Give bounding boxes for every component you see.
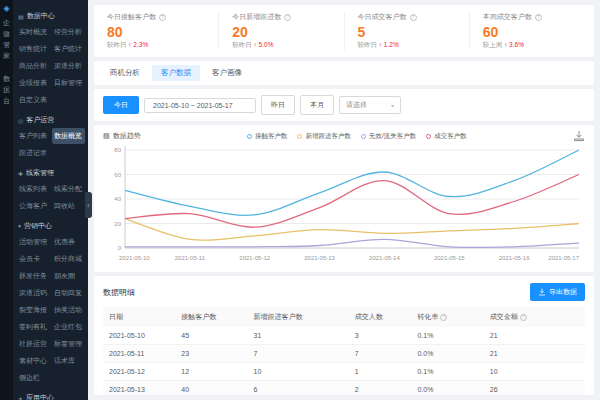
today-button[interactable]: 今日 [103, 96, 139, 114]
tab-active[interactable]: 客户数据 [152, 65, 200, 81]
table-cell: 0.1% [411, 327, 483, 345]
tab-item[interactable]: 客户画像 [203, 65, 251, 81]
sidebar-item[interactable]: 侧边栏 [17, 370, 50, 386]
x-axis-tick: 2021-05-13 [304, 255, 335, 261]
help-icon[interactable]: ? [440, 314, 447, 321]
sidebar-item-active[interactable]: 数据概览 [52, 128, 85, 144]
group-title: 应用中心 [26, 393, 54, 400]
x-axis-tick: 2021-05-14 [369, 255, 400, 261]
column-header-label: 日期 [109, 313, 123, 320]
legend-item[interactable]: 无效/流失客户数 [361, 132, 416, 141]
table-cell: 10 [484, 363, 585, 381]
chart-card: ▧ 数据趋势 接触客户数新增跟进客户数无效/流失客户数成交客户数 0204060… [94, 125, 594, 272]
x-axis-tick: 2021-05-17 [548, 255, 579, 261]
sidebar-item[interactable]: 线索分配 [52, 181, 85, 197]
strip-label-char: 家 [3, 51, 10, 60]
chart-title: ▧ 数据趋势 [103, 131, 141, 141]
download-icon[interactable] [573, 130, 585, 142]
sidebar-item[interactable]: 签到有礼 [17, 319, 50, 335]
table-card: 数据明细 导出数据 日期接触客户数新增跟进客户数成交人数转化率?成交金额? 20… [94, 276, 594, 395]
legend-label: 成交客户数 [434, 132, 467, 141]
sidebar-item[interactable]: 客户统计 [52, 41, 85, 57]
sidebar-item[interactable]: 朋友圈 [52, 268, 85, 284]
sidebar-item[interactable]: 群发任务 [17, 268, 50, 284]
column-header: 转化率? [411, 307, 483, 327]
sidebar-item[interactable]: 商品分析 [17, 58, 50, 74]
sidebar-group-items: 客户列表数据概览跟进记录 [17, 128, 85, 161]
dimension-select[interactable]: 请选择 ▾ [339, 96, 401, 114]
legend-item[interactable]: 成交客户数 [426, 132, 467, 141]
stat-title: 今日成交客户数? [358, 12, 456, 22]
y-axis-tick: 40 [114, 196, 121, 202]
table-title: 数据明细 [103, 287, 135, 298]
sidebar-item[interactable]: 跟进记录 [17, 145, 50, 161]
help-icon[interactable]: ? [284, 14, 291, 21]
sidebar-collapse-handle[interactable]: ‹ [85, 192, 92, 218]
stat-delta: ↑ 2.3% [128, 41, 148, 48]
table-cell: 2021-05-10 [103, 327, 175, 345]
sidebar-item[interactable]: 公海客户 [17, 198, 50, 214]
legend-label: 无效/流失客户数 [369, 132, 416, 141]
help-icon[interactable]: ? [410, 14, 417, 21]
tabs-bar: 商机分析客户数据客户画像 [94, 61, 594, 85]
export-button[interactable]: 导出数据 [530, 283, 585, 301]
sidebar-item[interactable]: 回收站 [52, 198, 85, 214]
sidebar-item[interactable]: 业绩报表 [17, 75, 50, 91]
help-icon[interactable]: ? [159, 14, 166, 21]
sidebar-item[interactable]: 社群运营 [17, 336, 50, 352]
sidebar-item[interactable]: 积分商城 [52, 251, 85, 267]
sidebar-item[interactable]: 销售统计 [17, 41, 50, 57]
sidebar-item[interactable]: 标签管理 [52, 336, 85, 352]
stat-title-text: 今日成交客户数 [358, 12, 407, 22]
main-content: 今日接触客户数?80较昨日 ↑ 2.3%今日新增跟进数?20较昨日 ↑ 5.0%… [88, 0, 600, 400]
group-title: 数据中心 [27, 11, 55, 21]
export-icon [538, 288, 546, 296]
sidebar-item[interactable]: 自定义表 [17, 92, 50, 108]
quick-range-button[interactable]: 本月 [300, 95, 334, 115]
strip-label-char: 企 [3, 18, 10, 27]
sidebar-group-items: 线索列表线索分配公海客户回收站 [17, 181, 85, 214]
legend-item[interactable]: 接触客户数 [247, 132, 288, 141]
legend-marker-icon [297, 134, 302, 139]
sidebar-item[interactable]: 渠道分析 [52, 58, 85, 74]
stat-sub: 较昨日 ↑ 2.3% [107, 41, 205, 50]
tab-item[interactable]: 商机分析 [101, 65, 149, 81]
sidebar-item[interactable]: 经营分析 [52, 24, 85, 40]
group-icon: ♦ [18, 223, 21, 229]
sidebar-item[interactable]: 企业红包 [52, 319, 85, 335]
table-row: 2021-05-1123770.0%21 [103, 345, 585, 363]
column-header: 新增跟进客户数 [248, 307, 349, 327]
x-axis-tick: 2021-05-15 [434, 255, 465, 261]
sidebar-item[interactable]: 目标管理 [52, 75, 85, 91]
app-switcher-strip[interactable]: ◈企微管家数据台 [0, 0, 13, 400]
sidebar-item[interactable]: 实时概况 [17, 24, 50, 40]
column-header-label: 接触客户数 [181, 313, 216, 320]
table-cell: 0.0% [411, 345, 483, 363]
sidebar-item[interactable]: 优惠券 [52, 234, 85, 250]
x-axis-tick: 2021-05-10 [119, 255, 150, 261]
stat-delta: ↑ 3.6% [504, 41, 524, 48]
column-header-label: 新增跟进客户数 [254, 313, 303, 320]
sidebar-item[interactable]: 素材中心 [17, 353, 50, 369]
sidebar-item[interactable]: 客户列表 [17, 128, 50, 144]
sidebar-item[interactable]: 渠道活码 [17, 285, 50, 301]
table-cell: 26 [484, 381, 585, 396]
sidebar-item[interactable]: 自动回复 [52, 285, 85, 301]
sidebar-item[interactable]: 话术库 [52, 353, 85, 369]
table-cell: 2021-05-12 [103, 363, 175, 381]
date-range-input[interactable]: 2021-05-10 ~ 2021-05-17 [144, 98, 256, 113]
sidebar-item[interactable]: 活动管理 [17, 234, 50, 250]
sidebar-item[interactable]: 会员卡 [17, 251, 50, 267]
strip-label-char: 数 [3, 74, 10, 83]
help-icon[interactable]: ? [520, 314, 527, 321]
sidebar-item[interactable]: 裂变海报 [17, 302, 50, 318]
table-row: 2021-05-1340620.0%26 [103, 381, 585, 396]
legend-item[interactable]: 新增跟进客户数 [297, 132, 351, 141]
help-icon[interactable]: ? [535, 14, 542, 21]
line-series [125, 219, 579, 241]
sidebar-item[interactable]: 抽奖活动 [52, 302, 85, 318]
x-axis-tick: 2021-05-11 [175, 255, 206, 261]
sidebar-item[interactable]: 线索列表 [17, 181, 50, 197]
stat-value: 5 [358, 24, 456, 40]
quick-range-button[interactable]: 昨日 [261, 95, 295, 115]
